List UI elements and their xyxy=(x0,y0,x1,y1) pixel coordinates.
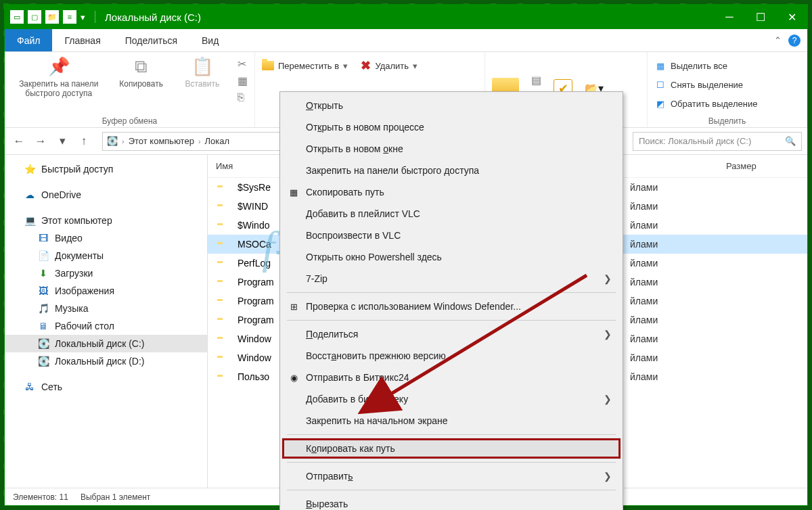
sidebar-item[interactable]: 💽Локальный диск (C:) xyxy=(5,335,207,352)
clipboard-icon: 📋 xyxy=(191,55,214,78)
tab-home[interactable]: Главная xyxy=(52,29,112,51)
item-count: Элементов: 11 xyxy=(13,492,68,502)
sidebar-item[interactable]: 💻Этот компьютер xyxy=(5,212,207,229)
qat-dropdown-icon[interactable]: ▾ xyxy=(81,12,85,22)
qat-item-icon[interactable]: ≡ xyxy=(63,10,76,24)
nav-back-button[interactable]: ← xyxy=(10,133,28,150)
context-menu-item[interactable]: Открыть в новом окне xyxy=(281,138,621,160)
pin-quick-access-button[interactable]: 📌 Закрепить на панели быстрого доступа xyxy=(12,55,106,99)
sidebar-item[interactable]: 🎞Видео xyxy=(5,229,207,247)
group-clipboard-label: Буфер обмена xyxy=(12,116,248,127)
nav-icon: 🎞 xyxy=(37,232,49,244)
nav-icon: 💻 xyxy=(24,214,36,227)
context-menu-item[interactable]: Закрепить на панели быстрого доступа xyxy=(281,160,621,181)
sidebar-item[interactable]: 🖥Рабочий стол xyxy=(5,317,207,335)
nav-up-button[interactable]: ↑ xyxy=(75,133,93,150)
nav-icon: 📄 xyxy=(37,250,49,262)
select-all-button[interactable]: ▦Выделить все xyxy=(654,57,727,74)
pin-icon: 📌 xyxy=(47,55,70,78)
copy-path-icon[interactable]: ▦ xyxy=(238,74,248,87)
tab-share[interactable]: Поделиться xyxy=(113,29,189,51)
sidebar-item[interactable]: 🖼Изображения xyxy=(5,282,207,300)
group-select-label: Выделить xyxy=(654,116,800,127)
submenu-arrow-icon: ❯ xyxy=(604,394,612,404)
invert-selection-button[interactable]: ◩Обратить выделение xyxy=(654,95,757,112)
explorer-window: ▭ ▢ 📁 ≡ ▾ Локальный диск (C:) ─ ☐ ✕ Файл… xyxy=(4,4,808,506)
select-none-button[interactable]: ☐Снять выделение xyxy=(654,76,743,93)
context-menu-item[interactable]: Открыть окно Powershell здесь xyxy=(281,246,621,268)
context-menu-item[interactable]: ◉Отправить в Битрикс24 xyxy=(281,367,621,388)
nav-forward-button[interactable]: → xyxy=(32,133,49,150)
submenu-arrow-icon: ❯ xyxy=(604,471,612,482)
context-menu-item[interactable]: Поделиться❯ xyxy=(281,323,621,345)
breadcrumb-segment[interactable]: Локал xyxy=(205,136,230,146)
close-button[interactable]: ✕ xyxy=(776,5,807,29)
sidebar-item[interactable]: ☁OneDrive xyxy=(5,186,207,204)
context-menu-item[interactable]: Добавить в библиотеку❯ xyxy=(281,388,621,410)
move-to-button[interactable]: Переместить в ▾ ✖ Удалить ▾ xyxy=(262,57,418,74)
minimize-button[interactable]: ─ xyxy=(714,5,745,29)
nav-icon: 💽 xyxy=(37,338,49,350)
paste-button[interactable]: 📋 Вставить xyxy=(177,55,228,89)
sidebar-item[interactable]: 💽Локальный диск (D:) xyxy=(5,352,207,370)
context-menu-item[interactable]: Отправить❯ xyxy=(281,465,621,487)
context-menu-item[interactable]: Закрепить на начальном экране xyxy=(281,410,621,432)
sidebar-item[interactable]: 🎵Музыка xyxy=(5,300,207,317)
folder-quick-icon[interactable]: 📁 xyxy=(45,10,59,24)
folder-icon xyxy=(262,61,274,70)
context-menu[interactable]: ОткрытьОткрыть в новом процессеОткрыть в… xyxy=(279,91,623,510)
nav-icon: 🎵 xyxy=(37,302,49,315)
ribbon-collapse-icon[interactable]: ⌃ xyxy=(774,35,782,45)
tab-view[interactable]: Вид xyxy=(189,29,231,51)
drive-icon: 💽 xyxy=(107,136,118,146)
context-menu-item[interactable]: Добавить в плейлист VLC xyxy=(281,203,621,225)
menu-item-icon: ◉ xyxy=(287,373,300,383)
search-icon: 🔍 xyxy=(785,136,796,146)
nav-icon: 🖼 xyxy=(37,285,49,297)
cut-icon[interactable]: ✂ xyxy=(238,57,248,70)
context-menu-item[interactable]: Открыть в новом процессе xyxy=(281,116,621,138)
delete-x-icon: ✖ xyxy=(361,58,371,73)
nav-icon: 🖧 xyxy=(24,381,36,393)
copy-icon: ⧉ xyxy=(130,55,153,78)
context-menu-item[interactable]: ▦Скопировать путь xyxy=(281,181,621,203)
nav-icon: ⭐ xyxy=(24,163,36,175)
sidebar-item[interactable]: ⬇Загрузки xyxy=(5,264,207,282)
titlebar: ▭ ▢ 📁 ≡ ▾ Локальный диск (C:) ─ ☐ ✕ xyxy=(5,5,807,29)
sidebar-item[interactable]: ⭐Быстрый доступ xyxy=(5,160,207,178)
submenu-arrow-icon: ❯ xyxy=(604,329,612,340)
selection-count: Выбран 1 элемент xyxy=(81,492,150,502)
menu-item-icon: ⊞ xyxy=(287,302,300,312)
nav-icon: 💽 xyxy=(37,355,49,367)
paste-shortcut-icon[interactable]: ⎘ xyxy=(238,91,248,103)
sidebar[interactable]: ⭐Быстрый доступ☁OneDrive💻Этот компьютер🎞… xyxy=(5,155,208,488)
col-size[interactable]: Размер xyxy=(726,161,807,171)
submenu-arrow-icon: ❯ xyxy=(604,273,612,284)
sidebar-item[interactable]: 🖧Сеть xyxy=(5,378,207,396)
nav-icon: ☁ xyxy=(24,189,36,201)
nav-history-button[interactable]: ▾ xyxy=(53,133,71,150)
app-icon: ▭ xyxy=(10,10,24,24)
maximize-button[interactable]: ☐ xyxy=(745,5,776,29)
nav-icon: ⬇ xyxy=(37,267,49,279)
window-title: Локальный диск (C:) xyxy=(105,11,201,23)
sidebar-item[interactable]: 📄Документы xyxy=(5,247,207,264)
breadcrumb-segment[interactable]: Этот компьютер xyxy=(129,136,194,146)
menubar: Файл Главная Поделиться Вид ⌃ ? xyxy=(5,29,807,52)
new-item-icon[interactable]: ▤ xyxy=(531,74,541,87)
chevron-down-icon: ▾ xyxy=(343,61,348,71)
props-quick-icon[interactable]: ▢ xyxy=(28,10,41,24)
nav-icon: 🖥 xyxy=(37,320,49,332)
context-menu-item[interactable]: Вырезать xyxy=(281,493,621,510)
context-menu-item[interactable]: Копировать как путь xyxy=(281,438,621,459)
tab-file[interactable]: Файл xyxy=(5,29,52,51)
context-menu-item[interactable]: Восстановить прежнюю версию xyxy=(281,345,621,367)
context-menu-item[interactable]: Открыть xyxy=(281,95,621,116)
context-menu-item[interactable]: Воспроизвести в VLC xyxy=(281,225,621,246)
context-menu-item[interactable]: 7-Zip❯ xyxy=(281,268,621,289)
context-menu-item[interactable]: ⊞Проверка с использованием Windows Defen… xyxy=(281,296,621,317)
search-input[interactable]: Поиск: Локальный диск (C:) 🔍 xyxy=(633,132,802,151)
copy-button[interactable]: ⧉ Копировать xyxy=(115,55,166,89)
help-icon[interactable]: ? xyxy=(788,34,800,47)
menu-item-icon: ▦ xyxy=(287,187,300,198)
